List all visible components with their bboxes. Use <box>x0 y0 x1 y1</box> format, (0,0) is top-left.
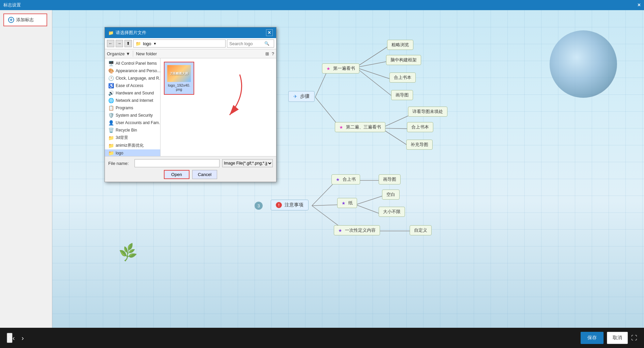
sidebar-icon-4: 🔊 <box>108 90 114 96</box>
footer-filename-row: File name: Image File(*.gif;*.png;*.jpg;… <box>108 159 273 167</box>
organize-button[interactable]: Organize ▼ <box>107 51 130 56</box>
home-button[interactable]: ⌂ <box>7 333 12 343</box>
sidebar-icon-8: 👤 <box>108 120 114 125</box>
sidebar-item-3[interactable]: ♿ Ease of Access <box>105 82 160 89</box>
open-button[interactable]: Open <box>164 170 189 179</box>
sidebar-icon-10: 📁 <box>108 135 114 141</box>
sidebar-item-0[interactable]: 🖥️ All Control Panel Items <box>105 60 160 67</box>
sidebar-icon-12: 📁 <box>108 150 114 156</box>
sidebar-item-10[interactable]: 📁 3d背景 <box>105 134 160 142</box>
search-icon: 🔍 <box>264 41 269 46</box>
dialog-main-area: 万彩酷图大师 logo_192x40.png <box>160 58 276 156</box>
title-bar: 标志设置 × <box>0 0 644 10</box>
file-dialog-overlay: 📁 请选择图片文件 × ← → ⬆ 📁 logo ▼ 🔍 <box>52 20 644 308</box>
file-dialog: 📁 请选择图片文件 × ← → ⬆ 📁 logo ▼ 🔍 <box>105 27 276 182</box>
bottom-nav: ‹ › <box>12 334 24 342</box>
sidebar-item-5[interactable]: 🌐 Network and Internet <box>105 97 160 104</box>
dialog-title-bar: 📁 请选择图片文件 × <box>105 27 276 38</box>
dialog-footer: File name: Image File(*.gif;*.png;*.jpg;… <box>105 156 276 182</box>
sidebar-item-9[interactable]: 🗑️ Recycle Bin <box>105 126 160 134</box>
sidebar-label-0: All Control Panel Items <box>116 61 157 66</box>
search-box[interactable]: 🔍 <box>227 39 274 48</box>
sidebar-icon-11: 📁 <box>108 143 114 148</box>
dialog-back-button[interactable]: ← <box>107 40 114 47</box>
cancel-dialog-button[interactable]: Cancel <box>192 170 217 179</box>
dialog-body: 🖥️ All Control Panel Items 🎨 Appearance … <box>105 58 276 156</box>
sidebar-label-1: Appearance and Perso... <box>116 68 160 73</box>
file-item-0[interactable]: 万彩酷图大师 logo_192x40.png <box>164 62 194 95</box>
file-thumbnail-0: 万彩酷图大师 <box>167 65 191 82</box>
left-panel: + 添加标志 <box>0 10 52 348</box>
new-folder-button[interactable]: New folder <box>136 51 157 56</box>
sidebar-icon-1: 🎨 <box>108 68 114 74</box>
filename-input[interactable] <box>135 159 219 167</box>
sidebar-item-6[interactable]: 📋 Programs <box>105 104 160 112</box>
sidebar-icon-0: 🖥️ <box>108 61 114 66</box>
address-path[interactable]: 📁 logo ▼ <box>133 39 226 48</box>
plus-circle-icon: + <box>8 17 14 23</box>
path-text: logo <box>143 41 151 46</box>
sidebar-label-2: Clock, Language, and R... <box>116 76 160 81</box>
sidebar-label-11: animiz界面优化 <box>116 143 144 148</box>
path-dropdown-button[interactable]: ▼ <box>153 42 157 46</box>
bottom-bar: ⌂ ‹ › 保存 取消 ⛶ <box>0 328 644 348</box>
add-logo-button[interactable]: + 添加标志 <box>3 13 47 26</box>
prev-button[interactable]: ‹ <box>12 334 15 342</box>
sidebar-label-10: 3d背景 <box>116 135 128 141</box>
bottom-right: 保存 取消 ⛶ <box>581 332 637 344</box>
sidebar-icon-3: ♿ <box>108 83 114 88</box>
cancel-button[interactable]: 取消 <box>607 332 628 344</box>
help-button[interactable]: ? <box>272 51 274 56</box>
sidebar-label-8: User Accounts and Fam... <box>116 120 160 125</box>
next-button[interactable]: › <box>22 334 24 342</box>
red-arrow <box>219 68 276 128</box>
sidebar-item-12[interactable]: 📁 logo <box>105 149 160 156</box>
sidebar-label-9: Recycle Bin <box>116 128 137 133</box>
sidebar-label-7: System and Security <box>116 113 153 118</box>
dialog-close-button[interactable]: × <box>266 29 273 36</box>
fullscreen-button[interactable]: ⛶ <box>631 332 637 344</box>
sidebar-item-7[interactable]: 🛡️ System and Security <box>105 112 160 119</box>
title-bar-text: 标志设置 <box>3 2 21 8</box>
sidebar-label-4: Hardware and Sound <box>116 91 154 95</box>
sidebar-label-6: Programs <box>116 106 133 110</box>
dialog-title-text: 请选择图片文件 <box>116 30 146 36</box>
sidebar-icon-7: 🛡️ <box>108 113 114 118</box>
dialog-up-button[interactable]: ⬆ <box>124 40 132 47</box>
file-name-0: logo_192x40.png <box>167 83 191 91</box>
path-icon: 📁 <box>136 41 141 46</box>
filename-label: File name: <box>108 161 132 166</box>
sidebar-label-12: logo <box>116 151 123 155</box>
add-logo-label: 添加标志 <box>16 17 34 23</box>
toolbar-separator <box>133 51 133 57</box>
search-input[interactable] <box>229 41 263 46</box>
sidebar-icon-6: 📋 <box>108 105 114 111</box>
sidebar-icon-2: 🕐 <box>108 76 114 81</box>
dialog-sidebar: 🖥️ All Control Panel Items 🎨 Appearance … <box>105 58 160 156</box>
sidebar-item-11[interactable]: 📁 animiz界面优化 <box>105 142 160 149</box>
dialog-title-icon: 📁 <box>108 30 114 35</box>
sidebar-item-2[interactable]: 🕐 Clock, Language, and R... <box>105 75 160 82</box>
dialog-toolbar: Organize ▼ New folder ⊞ ? <box>105 49 276 58</box>
sidebar-item-4[interactable]: 🔊 Hardware and Sound <box>105 89 160 97</box>
sidebar-label-3: Ease of Access <box>116 83 143 88</box>
save-button[interactable]: 保存 <box>581 332 604 344</box>
title-bar-close-button[interactable]: × <box>638 2 641 8</box>
dialog-address-bar: ← → ⬆ 📁 logo ▼ 🔍 <box>105 38 276 49</box>
sidebar-item-1[interactable]: 🎨 Appearance and Perso... <box>105 67 160 75</box>
view-icon-button[interactable]: ⊞ <box>265 51 269 56</box>
filetype-select[interactable]: Image File(*.gif;*.png;*.jpg;*.jpe... <box>222 159 273 167</box>
main-canvas: 🌿 ✈ 步骤 ★ 第一遍看书 粗略浏览 <box>52 10 644 328</box>
sidebar-icon-9: 🗑️ <box>108 127 114 133</box>
sidebar-icon-5: 🌐 <box>108 98 114 103</box>
dialog-footer-buttons: Open Cancel <box>108 170 273 179</box>
sidebar-item-8[interactable]: 👤 User Accounts and Fam... <box>105 119 160 126</box>
dialog-forward-button[interactable]: → <box>116 40 123 47</box>
sidebar-label-5: Network and Internet <box>116 98 153 103</box>
